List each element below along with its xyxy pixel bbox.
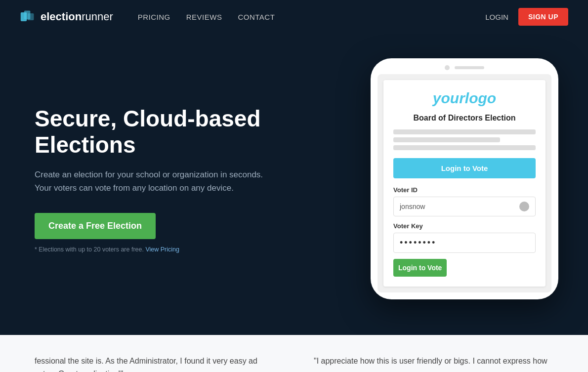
nav-pricing[interactable]: PRICING [138,13,170,21]
logo-icon [20,9,36,25]
phone-line-2 [393,137,500,142]
phone-camera [445,65,450,70]
reviews-strip: fessional the site is. As the Administra… [0,335,588,372]
nav-links: PRICING REVIEWS CONTACT [138,13,275,21]
voter-id-label: Voter ID [393,186,536,194]
navbar: electionrunner PRICING REVIEWS CONTACT L… [0,0,588,34]
logo-text: electionrunner [41,10,113,23]
voter-id-field: jonsnow [393,197,536,216]
login-link[interactable]: LOGIN [485,13,508,21]
field-toggle [519,202,529,211]
phone-placeholder-lines [393,129,536,150]
signup-button[interactable]: SIGN UP [518,8,568,26]
phone-election-title: Board of Directors Election [393,114,536,123]
logo-link[interactable]: electionrunner [20,9,113,25]
phone-vote-btn: Login to Vote [393,259,447,277]
svg-rect-2 [28,13,34,20]
nav-contact[interactable]: CONTACT [238,13,275,21]
phone-outer: yourlogo Board of Directors Election Log… [371,58,558,299]
phone-login-btn: Login to Vote [393,158,536,178]
phone-top-bar [378,65,551,70]
phone-speaker [455,66,484,69]
review-left: fessional the site is. As the Administra… [35,355,274,372]
phone-screen: yourlogo Board of Directors Election Log… [378,74,551,292]
voter-id-value: jonsnow [400,203,425,210]
create-election-button[interactable]: Create a Free Election [35,213,156,239]
hero-title: Secure, Cloud-based Elections [35,106,311,158]
voter-key-field: •••••••• [393,233,536,253]
voter-key-label: Voter Key [393,222,536,230]
phone-line-3 [393,145,536,150]
review-right: "I appreciate how this is user friendly … [314,355,553,372]
hero-content: Secure, Cloud-based Elections Create an … [35,106,311,252]
hero-section: Secure, Cloud-based Elections Create an … [0,34,588,335]
voter-key-dots: •••••••• [400,238,436,248]
phone-line-1 [393,129,536,134]
view-pricing-link[interactable]: View Pricing [145,246,179,253]
nav-reviews[interactable]: REVIEWS [186,13,222,21]
hero-note: * Elections with up to 20 voters are fre… [35,246,311,253]
phone-screen-inner: yourlogo Board of Directors Election Log… [383,80,546,287]
hero-subtitle: Create an election for your school or or… [35,168,272,195]
phone-mockup: yourlogo Board of Directors Election Log… [371,58,558,299]
phone-logo: yourlogo [393,90,536,107]
